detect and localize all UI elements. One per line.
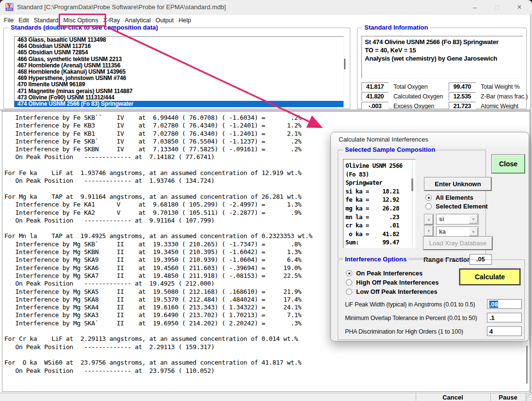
radio-icon [346, 270, 352, 276]
element-spin-down-button[interactable]: ▼ [424, 226, 433, 236]
composition-scrollbar[interactable] [412, 160, 413, 247]
minimize-button[interactable]: – [464, 0, 485, 15]
standards-list-item[interactable]: 465 Obsidian USNM 72854 [15, 49, 344, 56]
composition-line: (Fo 83) [345, 170, 415, 179]
interference-options-group: Interference Options On Peak Interferenc… [338, 259, 525, 340]
standard-info-title: Standard Information [362, 24, 430, 31]
composition-line: Sum: 99.47 [345, 238, 415, 247]
composition-line: Olivine USNM 2566 [345, 161, 415, 170]
standards-list-item[interactable]: 466 Glass, synthetic tektite USNM 2213 [15, 56, 344, 63]
standard-info-line: TO = 40, KeV = 15 [365, 46, 520, 54]
calculate-button[interactable]: Calculate [459, 269, 520, 285]
resize-grip[interactable] [526, 393, 532, 401]
app-icon: Y STD [5, 3, 14, 11]
composition-listbox[interactable]: Olivine USNM 2566(Fo 83)Springwatersi ka… [343, 159, 416, 248]
element-combo[interactable]: si ▼ [436, 214, 479, 225]
composition-line: mg ka = 26.28 [345, 204, 415, 213]
composition-line: mn la = .23 [345, 213, 415, 222]
log-scrollbar-thumb[interactable] [526, 346, 528, 384]
enter-unknown-button[interactable]: Enter Unknown [424, 177, 491, 191]
selected-sample-composition-group: Selected Sample Composition Olivine USNM… [338, 150, 486, 258]
calculated-oxygen-value: 41.820 [361, 92, 389, 101]
standards-panel: Standards (double-click to see compositi… [3, 28, 350, 109]
standard-info-line: St 474 Olivine USNM 2566 (Fo 83) Springw… [365, 38, 520, 46]
standards-list-item[interactable]: 470 Ilmenite USNM 96189 [15, 81, 344, 88]
radio-icon [346, 279, 352, 286]
close-dialog-button[interactable]: Close [492, 155, 525, 173]
calculate-nominal-interferences-dialog: Calculate Nominal Interferences Selected… [330, 132, 529, 341]
pha-discrimination-label: PHA Discrimination for High Orders (1 to… [345, 328, 463, 335]
element-spin-up-button[interactable]: ▲ [424, 214, 433, 225]
total-oxygen-value: 41.817 [361, 82, 389, 91]
cancel-button[interactable]: Cancel [416, 393, 489, 401]
radio-low-off-peak-interferences[interactable]: Low Off Peak Interferences [346, 288, 438, 295]
maximize-button[interactable]: □ [486, 0, 508, 15]
standard-info-panel: Standard Information St 474 Olivine USNM… [357, 28, 527, 109]
composition-line: cr ka = .01 [345, 221, 415, 230]
chevron-down-icon[interactable]: ▼ [469, 215, 478, 224]
lif-peak-width-label: LiF Peak Width (typical) in Angstroms (0… [345, 301, 475, 308]
radio-high-off-peak-interferences[interactable]: High Off Peak Interferences [346, 279, 439, 286]
title-bar: Y STD Standard [C:\ProgramData\Probe Sof… [0, 0, 532, 15]
total-weight-value: 99.470 [449, 82, 476, 91]
standards-scrollbar-thumb[interactable] [344, 59, 345, 69]
load-xray-database-button[interactable]: Load Xray Database [423, 237, 492, 250]
composition-line: si ka = 18.21 [345, 187, 415, 196]
lif-peak-width-input[interactable]: .08 [487, 299, 522, 309]
radio-on-peak-interferences[interactable]: On Peak Interferences [346, 270, 422, 277]
menu-item[interactable]: Help [176, 15, 193, 26]
window-right-edge [530, 15, 532, 393]
standard-info-line: Analysis (wet chemistry) by Gene Jarosew… [365, 54, 520, 63]
standards-list-item[interactable]: 471 Magnetite (minas gerais) USNM 114887 [15, 88, 344, 95]
standard-info-box: St 474 Olivine USNM 2566 (Fo 83) Springw… [361, 36, 523, 79]
composition-line: fe ka = 12.92 [345, 195, 415, 204]
composition-line: Springwater [345, 178, 415, 187]
min-overlap-tolerance-input[interactable]: .1 [487, 313, 522, 322]
chevron-down-icon[interactable]: ▼ [469, 227, 478, 236]
composition-scrollbar-thumb[interactable] [411, 178, 413, 191]
log-text: Interference by Fe SKB`` IV at 6.99440 (… [4, 114, 313, 375]
standards-list-item[interactable]: 474 Olivine USNM 2566 (Fo 83) Springwate… [15, 101, 344, 107]
zbar-value: 12.535 [449, 92, 476, 101]
composition-line: o ka = 41.82 [345, 230, 415, 239]
radio-icon [346, 289, 352, 295]
radio-icon [425, 194, 432, 201]
min-overlap-tolerance-label: Minimum Overlap Tolerance in Percent (0.… [345, 315, 477, 321]
radio-selected-element[interactable]: Selected Element [425, 203, 488, 210]
radio-icon [425, 203, 432, 209]
window-title: Standard [C:\ProgramData\Probe Software\… [17, 3, 226, 11]
annotation-highlight-box [59, 14, 106, 27]
status-bar: Cancel Pause [0, 393, 532, 401]
standards-listbox[interactable]: 463 Glass, basaltic USNM 113498464 Obsid… [14, 36, 344, 108]
app-window: Y STD Standard [C:\ProgramData\Probe Sof… [0, 0, 532, 401]
close-window-button[interactable]: × [509, 0, 530, 15]
pause-button[interactable]: Pause [490, 393, 525, 401]
dialog-title-bar[interactable]: Calculate Nominal Interferences [331, 132, 529, 147]
dialog-title: Calculate Nominal Interferences [339, 136, 428, 143]
radio-all-elements[interactable]: All Elements [425, 194, 473, 201]
xray-line-combo[interactable]: ka ▼ [436, 226, 479, 237]
pha-discrimination-input[interactable]: 4 [487, 326, 522, 336]
